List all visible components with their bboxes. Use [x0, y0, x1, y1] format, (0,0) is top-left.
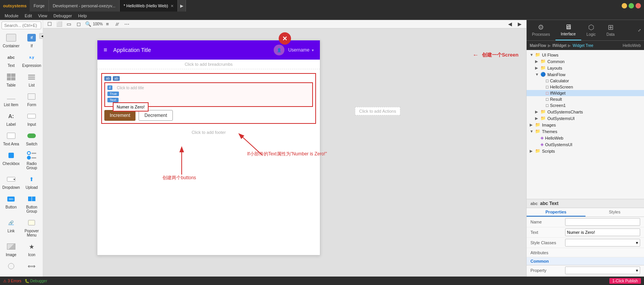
tree-scripts[interactable]: ▶ 📁 Scripts	[527, 148, 644, 154]
tree-outsystemsui-theme[interactable]: ◈ OutSystemsUI	[527, 141, 644, 148]
tree-images[interactable]: ▶ 📁 Images	[527, 122, 644, 128]
rph-mainflow[interactable]: MainFlow	[530, 43, 546, 48]
tab-development[interactable]: Development - personal-oxezyv...	[49, 0, 120, 12]
widget-upload[interactable]: ⬆ Upload	[22, 172, 42, 191]
widget-input[interactable]: Input	[22, 109, 42, 128]
widget-shape[interactable]	[2, 259, 21, 274]
footer-placeholder[interactable]: Click to add footer	[97, 128, 320, 137]
canvas-tool-7[interactable]: ⫻	[113, 20, 121, 28]
tree-ui-flows[interactable]: ▼ 📁 UI Flows	[527, 52, 644, 58]
avatar: 👤	[274, 45, 284, 55]
breadcrumb-placeholder[interactable]: Click to add breadcrumbs	[97, 60, 320, 69]
widget-listitem[interactable]: List Item	[2, 90, 21, 108]
widget-checkbox[interactable]: Checkbox	[2, 148, 21, 172]
close-button[interactable]: ✕	[279, 32, 291, 45]
widget-misc[interactable]: ⟺	[22, 259, 42, 274]
widget-link[interactable]: 🔗 Link	[2, 216, 21, 239]
widget-image[interactable]: Image	[2, 240, 21, 258]
publish-button[interactable]: 1-Click Publish	[609, 278, 641, 284]
props-row-styleclasses: Style Classes ▾	[527, 238, 644, 248]
tab-interface[interactable]: 🖥 Interface	[555, 20, 581, 40]
increment-button[interactable]: Increment	[104, 110, 135, 121]
widget-form[interactable]: Form	[22, 90, 42, 108]
tree-mainflow[interactable]: ▼ 🔵 MainFlow	[527, 71, 644, 78]
widget-expression[interactable]: x.y Expression	[22, 50, 42, 69]
menu-edit[interactable]: Edit	[22, 12, 35, 20]
props-tabs: Properties Styles	[527, 208, 644, 217]
widget-switch[interactable]: Switch	[22, 129, 42, 148]
nav-back[interactable]: ◀	[506, 20, 514, 28]
rph-ifwidget[interactable]: IfWidget	[552, 43, 567, 48]
widget-textarea[interactable]: Text Area	[2, 129, 21, 148]
widget-text[interactable]: abc Text	[2, 50, 21, 69]
tab-styles[interactable]: Styles	[585, 208, 644, 217]
search-input[interactable]	[2, 22, 41, 29]
actions-placeholder[interactable]: Click to add Actions	[355, 107, 400, 115]
tab-helloweb[interactable]: * HelloWeb (Hello Web) ✕	[120, 0, 178, 12]
tab-logic[interactable]: ⬡ Logic	[581, 20, 601, 40]
tab-properties[interactable]: Properties	[527, 208, 585, 217]
props-name-input[interactable]	[565, 218, 640, 226]
expand-icon[interactable]: ⤢	[638, 28, 641, 32]
tree-calculator[interactable]: □ Calculator	[527, 78, 644, 84]
widget-label[interactable]: A: Label	[2, 109, 21, 128]
widget-popovermenu[interactable]: Popover Menu	[22, 216, 42, 239]
canvas-tool-zoom[interactable]: 🔍	[84, 20, 92, 28]
widget-buttongroup[interactable]: Button Group	[22, 192, 42, 215]
decrement-button[interactable]: Decrement	[139, 110, 173, 121]
tree-themes[interactable]: ▼ 📁 Themes	[527, 128, 644, 135]
tree-outsystemsui[interactable]: ▶ 📁 OutSystemsUI	[527, 115, 644, 122]
canvas-content[interactable]: ✕ ≡ Application Title 👤 Username ▾	[43, 28, 526, 277]
props-text-input[interactable]	[565, 228, 640, 236]
tree-layouts[interactable]: ▶ 📁 Layouts	[527, 65, 644, 71]
close-tab-icon[interactable]: ✕	[171, 4, 174, 8]
text-widget-box[interactable]: Numer is Zero!	[113, 102, 149, 112]
tree-outsystemsui-theme-label: OutSystemsUI	[545, 142, 572, 147]
tree-common[interactable]: ▶ 📁 Common	[527, 58, 644, 65]
widget-list[interactable]: List	[22, 70, 42, 89]
widget-input-label: Input	[27, 122, 36, 127]
tree-ifwidget[interactable]: □ IfWidget	[527, 90, 644, 96]
tree-helloscreen[interactable]: □ HelloScreen	[527, 84, 644, 90]
widget-tree: ▼ 📁 UI Flows ▶ 📁 Common ▶ 📁 Layouts	[527, 50, 644, 199]
tree-screen1[interactable]: □ Screen1	[527, 102, 644, 108]
misc-icon: ⟺	[28, 263, 35, 269]
collapse-panel-button[interactable]: ◀◀	[39, 33, 43, 39]
tab-data[interactable]: ⊞ Data	[601, 20, 620, 40]
canvas-tool-4[interactable]: ◻	[74, 20, 83, 28]
minimize-button[interactable]	[622, 3, 627, 8]
menu-help[interactable]: Help	[75, 12, 90, 20]
widget-icon[interactable]: ★ Icon	[22, 240, 42, 258]
canvas-tool-6[interactable]: ≡	[103, 20, 112, 28]
canvas-tool-8[interactable]: ⋯	[122, 20, 131, 28]
folder-themes-icon: 📁	[535, 129, 540, 134]
debugger-status[interactable]: 🐛 Debugger	[25, 279, 47, 283]
screen-preview: ≡ Application Title 👤 Username ▾ Click t…	[97, 40, 320, 255]
close-window-button[interactable]	[636, 3, 641, 8]
menu-view[interactable]: View	[35, 12, 50, 20]
tree-result[interactable]: □ Result	[527, 96, 644, 102]
nav-forward[interactable]: ▶	[515, 20, 524, 28]
canvas-tool-1[interactable]: ☐	[45, 20, 54, 28]
widget-dropdown[interactable]: ▾ Dropdown	[2, 172, 21, 191]
props-styleclasses-dropdown[interactable]: ▾	[565, 239, 640, 247]
menu-module[interactable]: Module	[2, 12, 22, 20]
widget-container[interactable]: Container	[2, 31, 21, 50]
canvas-tool-5[interactable]: 100%	[94, 20, 102, 28]
widget-table[interactable]: Table	[2, 70, 21, 89]
tab-add[interactable]: ▶	[178, 0, 186, 12]
props-property-dropdown[interactable]: ▾	[565, 267, 640, 274]
tab-processes[interactable]: ⚙ Processes	[527, 20, 555, 40]
maximize-button[interactable]	[629, 3, 634, 8]
menu-debugger[interactable]: Debugger	[50, 12, 75, 20]
canvas-tool-3[interactable]: ▭	[65, 20, 73, 28]
widget-upload-label: Upload	[25, 185, 38, 190]
widget-button[interactable]: btn Button	[2, 192, 21, 215]
rph-app-label: HelloWeb	[623, 43, 641, 48]
rph-widgettree[interactable]: Widget Tree	[572, 43, 593, 48]
tree-outsystemscharts[interactable]: ▶ 📁 OutSystemsCharts	[527, 108, 644, 115]
widget-radiogroup[interactable]: Radio Group	[22, 148, 42, 172]
canvas-tool-2[interactable]: ⬜	[55, 20, 64, 28]
tree-helloweb-theme[interactable]: ◈ HelloWeb	[527, 135, 644, 141]
tab-forge[interactable]: Forge	[30, 0, 49, 12]
